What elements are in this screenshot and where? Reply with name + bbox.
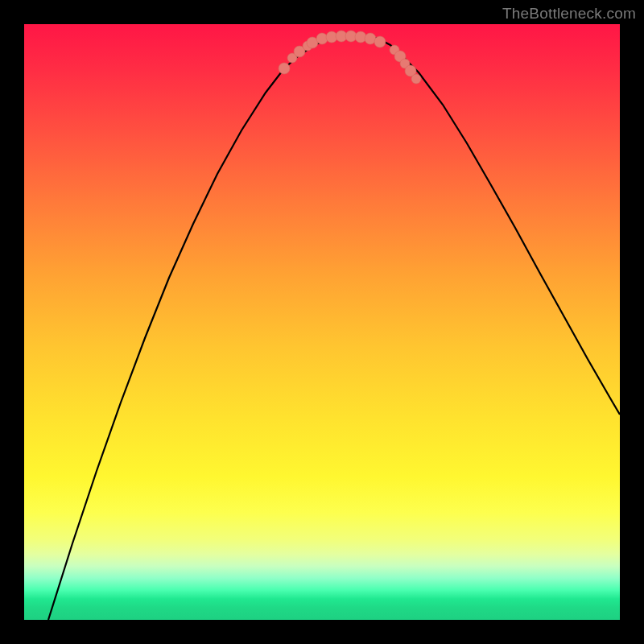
curve-marker <box>279 63 290 74</box>
curve-marker <box>316 33 328 44</box>
marker-group <box>279 31 421 84</box>
curve-marker <box>374 36 386 47</box>
curve-marker <box>355 31 366 43</box>
chart-frame: TheBottleneck.com <box>0 0 644 644</box>
bottleneck-curve <box>48 35 620 620</box>
plot-area <box>24 24 620 620</box>
chart-svg <box>24 24 620 620</box>
curve-marker <box>411 74 421 84</box>
watermark-text: TheBottleneck.com <box>502 5 636 23</box>
